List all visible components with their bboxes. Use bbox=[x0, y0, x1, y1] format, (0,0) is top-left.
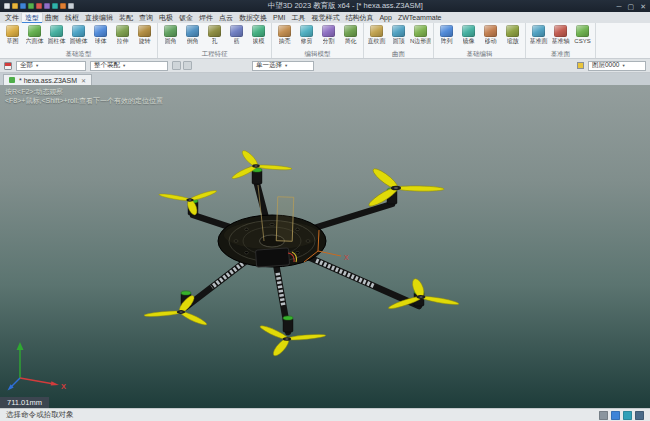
new-file-icon[interactable] bbox=[4, 3, 10, 9]
ribbon-tool[interactable]: 拔模 bbox=[248, 24, 269, 49]
ribbon-group-label: 基础造型 bbox=[2, 49, 155, 58]
menu-tab[interactable]: 数据交换 bbox=[236, 13, 270, 23]
menu-tab[interactable]: 点云 bbox=[216, 13, 236, 23]
tool-icon bbox=[50, 25, 63, 37]
minimize-button[interactable]: ─ bbox=[617, 3, 622, 10]
status-icons bbox=[599, 411, 644, 420]
menu-tab[interactable]: 视觉样式 bbox=[308, 13, 342, 23]
tool-icon bbox=[370, 25, 383, 37]
menu-tab[interactable]: ZWTeammate bbox=[395, 13, 445, 23]
entity-filter-icon[interactable] bbox=[4, 62, 12, 70]
ribbon-tool[interactable]: 圆顶 bbox=[388, 24, 409, 49]
close-tab-icon[interactable]: ✕ bbox=[81, 77, 86, 84]
tool-icon bbox=[278, 25, 291, 37]
color-picker-icon[interactable] bbox=[183, 61, 192, 70]
ribbon-tool[interactable]: 基准轴 bbox=[550, 24, 571, 49]
menu-tab[interactable]: PMI bbox=[270, 13, 288, 23]
distance-readout: 711.01mm bbox=[0, 397, 49, 408]
menu-tab[interactable]: 直接编辑 bbox=[82, 13, 116, 23]
ribbon-tool[interactable]: 圆角 bbox=[160, 24, 181, 49]
document-tab-active[interactable]: * hexa.ass.Z3ASM ✕ bbox=[3, 74, 92, 85]
menu-tab[interactable]: 文件 bbox=[2, 13, 22, 23]
layer-dropdown[interactable]: 图层0000 ▾ bbox=[588, 61, 646, 71]
tool-label: 六面体 bbox=[26, 37, 44, 45]
menu-tab[interactable]: 焊件 bbox=[196, 13, 216, 23]
ribbon-tool[interactable]: 倒角 bbox=[182, 24, 203, 49]
ribbon-tool[interactable]: 草图 bbox=[2, 24, 23, 49]
ribbon-tool[interactable]: 简化 bbox=[340, 24, 361, 49]
ribbon-tool[interactable]: 分割 bbox=[318, 24, 339, 49]
ribbon: 草图 六面体 圆柱体 圆锥体 球体 拉伸 bbox=[0, 23, 650, 59]
ribbon-tool[interactable]: 圆柱体 bbox=[46, 24, 67, 49]
tool-label: 草图 bbox=[7, 37, 19, 45]
ribbon-tool[interactable]: 修剪 bbox=[296, 24, 317, 49]
ribbon-tool[interactable]: 旋转 bbox=[134, 24, 155, 49]
tool-icon bbox=[6, 25, 19, 37]
ribbon-group-label: 曲面 bbox=[366, 49, 431, 58]
filter-dropdown[interactable]: 全部 ▾ bbox=[16, 61, 86, 71]
status-message: 选择命令或拾取对象 bbox=[6, 410, 74, 420]
menu-tab[interactable]: 工具 bbox=[288, 13, 308, 23]
ribbon-tool[interactable]: 直纹面 bbox=[366, 24, 387, 49]
pick-mode-dropdown[interactable]: 单一选择 ▾ bbox=[252, 61, 314, 71]
render-mode-icon[interactable] bbox=[635, 411, 644, 420]
menu-tab[interactable]: App bbox=[376, 13, 394, 23]
ribbon-group-datum: 基准面 基准轴 CSYS 基准面 bbox=[526, 23, 596, 58]
open-file-icon[interactable] bbox=[12, 3, 18, 9]
ribbon-tool[interactable]: N边形面 bbox=[410, 24, 431, 49]
ribbon-tool[interactable]: 孔 bbox=[204, 24, 225, 49]
x-axis-label: X bbox=[61, 382, 66, 391]
tool-icon bbox=[440, 25, 453, 37]
maximize-button[interactable]: ▢ bbox=[628, 3, 635, 10]
ribbon-tool[interactable]: 筋 bbox=[226, 24, 247, 49]
ribbon-tool[interactable]: 阵列 bbox=[436, 24, 457, 49]
chevron-down-icon: ▾ bbox=[622, 63, 624, 68]
menu-tab[interactable]: 钣金 bbox=[176, 13, 196, 23]
settings-icon[interactable] bbox=[60, 3, 66, 9]
save-icon[interactable] bbox=[20, 3, 26, 9]
pick-filter-icon[interactable] bbox=[172, 61, 181, 70]
ribbon-tool[interactable]: 六面体 bbox=[24, 24, 45, 49]
menu-tab[interactable]: 电极 bbox=[156, 13, 176, 23]
menu-tab[interactable]: 查询 bbox=[136, 13, 156, 23]
tool-icon bbox=[414, 25, 427, 37]
ribbon-tool[interactable]: CSYS bbox=[572, 24, 593, 49]
ribbon-tool[interactable]: 圆锥体 bbox=[68, 24, 89, 49]
hexacopter-drone-model[interactable]: X bbox=[0, 85, 650, 408]
tool-label: 圆顶 bbox=[393, 37, 405, 45]
ribbon-tool[interactable]: 移动 bbox=[480, 24, 501, 49]
ribbon-tool[interactable]: 缩放 bbox=[502, 24, 523, 49]
status-bar: 选择命令或拾取对象 bbox=[0, 408, 650, 421]
view-icon[interactable] bbox=[52, 3, 58, 9]
tool-icon bbox=[506, 25, 519, 37]
ribbon-group-basic-shapes: 草图 六面体 圆柱体 圆锥体 球体 拉伸 bbox=[0, 23, 158, 58]
tool-label: 拔模 bbox=[253, 37, 265, 45]
3d-viewport[interactable]: X 按R<F2>:动态观察 bbox=[0, 85, 650, 408]
ribbon-tool[interactable]: 拉伸 bbox=[112, 24, 133, 49]
undo-icon[interactable] bbox=[28, 3, 34, 9]
tool-icon bbox=[484, 25, 497, 37]
menu-tab[interactable]: 曲面 bbox=[42, 13, 62, 23]
redo-icon[interactable] bbox=[36, 3, 42, 9]
menu-tab[interactable]: 装配 bbox=[116, 13, 136, 23]
ribbon-tool[interactable]: 抽壳 bbox=[274, 24, 295, 49]
grid-snap-icon[interactable] bbox=[611, 411, 620, 420]
menu-tab[interactable]: 结构仿真 bbox=[342, 13, 376, 23]
viewport-hint-text: 按R<F2>:动态观察 <F8>+鼠标,<Shift>+roll:查看下一个有效… bbox=[5, 87, 163, 105]
chevron-down-icon: ▾ bbox=[285, 63, 287, 68]
tool-label: 球体 bbox=[95, 37, 107, 45]
layer-color-icon[interactable] bbox=[577, 62, 584, 69]
scope-dropdown[interactable]: 整个装配 ▾ bbox=[90, 61, 168, 71]
menu-tab[interactable]: 线框 bbox=[62, 13, 82, 23]
close-button[interactable]: ✕ bbox=[640, 3, 646, 10]
ribbon-tool[interactable]: 球体 bbox=[90, 24, 111, 49]
ribbon-tool[interactable]: 镜像 bbox=[458, 24, 479, 49]
menu-tab[interactable]: 造型 bbox=[22, 13, 42, 23]
print-icon[interactable] bbox=[44, 3, 50, 9]
ribbon-group-label: 基准面 bbox=[528, 49, 593, 58]
message-log-icon[interactable] bbox=[599, 411, 608, 420]
help-icon[interactable] bbox=[68, 3, 74, 9]
layer-display-icon[interactable] bbox=[623, 411, 632, 420]
tool-icon bbox=[576, 25, 589, 37]
ribbon-tool[interactable]: 基准面 bbox=[528, 24, 549, 49]
